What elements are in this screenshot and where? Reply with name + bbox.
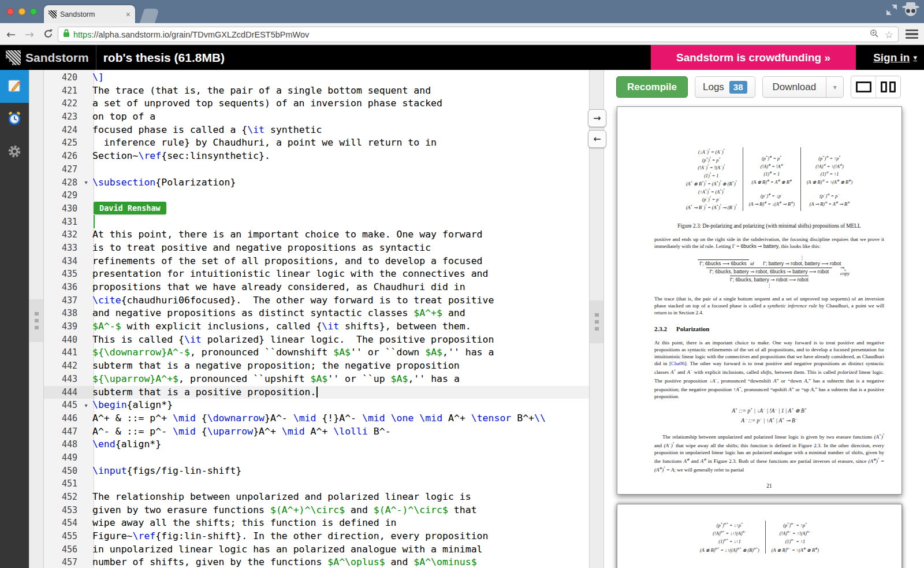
sync-to-pdf-button[interactable]: → <box>588 109 606 127</box>
code-line-443[interactable]: 443${\uparrow}A^+$, pronounced ``upshift… <box>44 373 589 386</box>
code-line-454[interactable]: 454wipe away all the shifts; this functi… <box>44 517 589 530</box>
code-line-424[interactable]: 424focused phase is called a {\it synthe… <box>44 124 589 137</box>
proof-tree: Γ; 6bucks ⟶ 6bucksid ⋮ Γ; battery ⊸ robo… <box>654 255 884 288</box>
chrome-menu-icon[interactable] <box>906 29 918 39</box>
logs-count-badge: 38 <box>729 81 747 94</box>
page-number: 21 <box>654 483 884 489</box>
url-bar[interactable]: https://alpha.sandstorm.io/grain/TDvmGXL… <box>58 27 899 42</box>
line-number: 453 <box>44 504 80 517</box>
line-number: 451 <box>44 477 80 491</box>
code-line-434[interactable]: 434refinements of the set of all proposi… <box>44 255 589 268</box>
code-line-438[interactable]: 438and negative propositions as distinct… <box>44 307 589 320</box>
code-line-446[interactable]: 446A^+ & ::= p^+ \mid {\downarrow}A^- \m… <box>44 412 589 425</box>
line-number: 423 <box>44 110 80 124</box>
code-line-457[interactable]: 457number of shifts, given by the functi… <box>44 556 589 568</box>
grain-title[interactable]: rob's thesis (61.8MB) <box>103 51 225 65</box>
url-text: ://alpha.sandstorm.io/grain/TDvmGXLZcdDr… <box>91 30 309 39</box>
chevron-down-icon: ▾ <box>833 83 837 91</box>
collaborator-flag: David Renshaw <box>94 202 166 214</box>
download-caret-button[interactable]: ▾ <box>826 76 844 98</box>
bookmark-star-icon[interactable]: ☆ <box>885 29 893 40</box>
window-minimize-button[interactable] <box>18 8 25 15</box>
code-line-441[interactable]: 441${\downarrow}A^-$, pronounced ``downs… <box>44 346 589 359</box>
sidebar-item-editor[interactable] <box>0 70 29 103</box>
code-line-448[interactable]: 448\end{align*} <box>44 438 589 451</box>
line-number: 434 <box>44 255 80 268</box>
code-line-455[interactable]: 455Figure~\ref{fig:lin-shift}. In the ot… <box>44 530 589 543</box>
code-line-421[interactable]: 421The trace (that is, the pair of a sin… <box>44 84 589 98</box>
code-line-422[interactable]: 422a set of unproved top sequents) of an… <box>44 97 589 110</box>
code-line-437[interactable]: 437\cite{chaudhuri06focused}. The other … <box>44 294 589 307</box>
code-line-436[interactable]: 436propositions that we have already con… <box>44 281 589 294</box>
pdf-divider-grip[interactable] <box>590 300 603 343</box>
tab-close-icon[interactable]: × <box>126 10 131 18</box>
code-line-442[interactable]: 442subterm that is a negative propositio… <box>44 359 589 373</box>
window-close-button[interactable] <box>7 8 14 15</box>
browser-tab[interactable]: Sandstorm × <box>44 5 135 23</box>
editor-pdf-divider[interactable]: → ← <box>589 70 604 568</box>
code-line-440[interactable]: 440This is called {\it polarized} linear… <box>44 333 589 347</box>
line-number: 445 <box>44 399 80 412</box>
line-number: 455 <box>44 530 80 543</box>
code-line-456[interactable]: 456in unpolarized linear logic has an po… <box>44 543 589 556</box>
code-line-426[interactable]: 426Section~\ref{sec:linsynthetic}. <box>44 150 589 163</box>
sandstorm-brand[interactable]: Sandstorm <box>25 51 89 65</box>
code-line-428[interactable]: 428▾\subsection{Polarization} <box>44 176 589 190</box>
code-line-452[interactable]: 452The relationship between unpolarized … <box>44 491 589 504</box>
incognito-spy-icon <box>901 1 921 21</box>
code-line-435[interactable]: 435presentation for intuitionistic linea… <box>44 268 589 281</box>
figure-caption: Figure 2.3: De-polarizing and polarizing… <box>654 223 884 229</box>
window-zoom-button[interactable] <box>30 8 37 15</box>
reload-button[interactable] <box>40 27 55 42</box>
pdf-scroll-area[interactable]: (↓A−)° = (A−)°(p+)° = p+(!A−)° = !(A−)°(… <box>604 104 924 568</box>
sync-to-code-button[interactable]: ← <box>588 130 606 148</box>
layout-toggle-group <box>851 76 901 98</box>
text-cursor <box>316 387 318 398</box>
sign-in-button[interactable]: Sign in ▾ <box>873 45 917 70</box>
fold-arrow-icon[interactable]: ▾ <box>80 402 92 409</box>
logs-button[interactable]: Logs 38 <box>695 76 755 98</box>
split-pane-view-button[interactable] <box>875 76 900 98</box>
sidebar-item-activity[interactable] <box>0 103 29 136</box>
code-line-447[interactable]: 447A^- & ::= p^- \mid {\uparrow}A^+ \mid… <box>44 425 589 439</box>
code-line-427[interactable]: 427 <box>44 163 589 176</box>
code-line-444[interactable]: 444subterm that is a positive propositio… <box>44 386 589 399</box>
url-scheme: https <box>73 30 91 39</box>
code-line-451[interactable]: 451 <box>44 477 589 491</box>
code-line-445[interactable]: 445▾\begin{align*} <box>44 399 589 412</box>
line-number: 439 <box>44 320 80 333</box>
single-pane-view-button[interactable] <box>851 76 875 98</box>
line-number: 456 <box>44 543 80 556</box>
left-divider-grip[interactable] <box>29 299 43 342</box>
crowdfunding-banner[interactable]: Sandstorm is crowdfunding » <box>651 45 856 70</box>
line-number: 426 <box>44 150 80 163</box>
code-line-425[interactable]: 425 inference rule} by Chaudhuri, a poin… <box>44 136 589 150</box>
back-button[interactable]: ← <box>3 27 18 42</box>
sandstorm-logo-icon[interactable] <box>6 50 21 65</box>
code-line-432[interactable]: 432At this point, there is an important … <box>44 228 589 242</box>
lock-icon <box>63 29 70 40</box>
download-button[interactable]: Download <box>762 76 827 98</box>
code-line-423[interactable]: 423on top of a <box>44 110 589 124</box>
code-line-429[interactable]: 429 <box>44 189 589 202</box>
line-number: 422 <box>44 97 80 110</box>
code-line-433[interactable]: 433is to treat positive and negative pro… <box>44 242 589 255</box>
recompile-button[interactable]: Recompile <box>616 76 688 98</box>
code-line-420[interactable]: 420\] <box>44 71 589 84</box>
new-tab-button[interactable] <box>140 9 159 23</box>
zoom-magnifier-icon[interactable] <box>870 29 879 40</box>
code-line-439[interactable]: 439$A^-$ with explicit inclusions, calle… <box>44 320 589 333</box>
fold-arrow-icon[interactable]: ▾ <box>80 179 92 185</box>
code-line-453[interactable]: 453given by two erasure functions $(A^+)… <box>44 504 589 517</box>
sidebar-item-settings[interactable] <box>0 136 29 169</box>
code-line-450[interactable]: 450\input{figs/fig-lin-shift} <box>44 465 589 478</box>
download-button-group: Download ▾ <box>762 76 844 98</box>
line-number: 430 <box>44 202 80 216</box>
forward-button[interactable]: → <box>22 27 37 42</box>
line-number: 428 <box>44 176 80 190</box>
left-pane-divider[interactable] <box>29 70 44 568</box>
code-line-431[interactable]: 431 <box>44 216 589 229</box>
line-number: 440 <box>44 333 80 347</box>
code-line-449[interactable]: 449 <box>44 451 589 465</box>
latex-source-editor[interactable]: 420\]421The trace (that is, the pair of … <box>44 70 589 568</box>
